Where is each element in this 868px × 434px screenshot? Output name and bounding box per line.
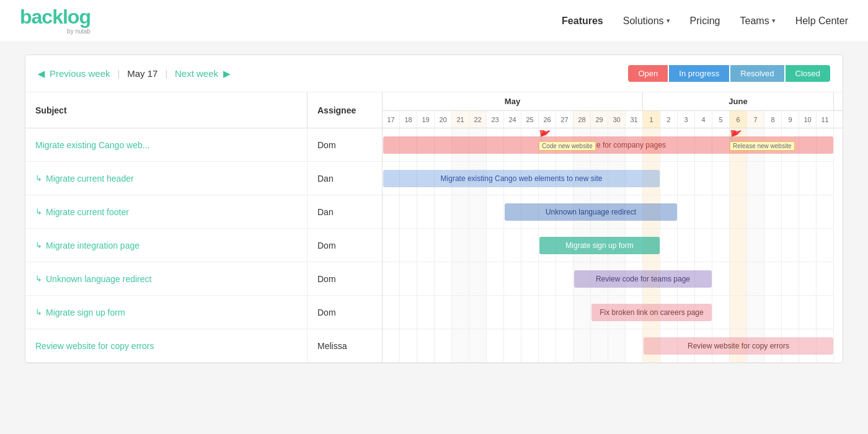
table-row: ↳ Migrate integration page Dom (25, 229, 382, 262)
gantt-cell (695, 229, 712, 262)
day-header-cell: 20 (435, 111, 452, 128)
gantt-cell (747, 262, 764, 295)
gantt-cell (747, 162, 764, 195)
day-header-cell: 9 (782, 111, 799, 128)
table-row: ↳ Migrate sign up form Dom (25, 296, 382, 329)
prev-week-link[interactable]: Previous week (50, 68, 110, 79)
gantt-cell (764, 195, 782, 228)
logo-text: backlog (20, 7, 91, 27)
day-header-cell: 22 (469, 111, 487, 128)
next-week-link[interactable]: Next week (175, 68, 218, 79)
left-panel: Subject Assignee Migrate existing Cango … (25, 92, 383, 363)
gantt-cell (817, 195, 834, 228)
task-subject-2[interactable]: ↳ Migrate current header (25, 162, 308, 195)
gantt-rows-container: 🚩Code new website🚩Release new websiteCon… (383, 128, 843, 363)
gantt-cell (435, 262, 452, 295)
day-header-cell: 29 (591, 111, 608, 128)
next-week-arrow[interactable]: ▶ (223, 69, 230, 79)
task-label-3: Migrate current footer (46, 207, 129, 217)
gantt-cell (574, 329, 591, 362)
gantt-cell (452, 262, 469, 295)
month-june: June (643, 92, 834, 110)
gantt-cell (712, 195, 730, 228)
day-header-cell: 4 (695, 111, 712, 128)
gantt-cell (452, 229, 469, 262)
gantt-cell (400, 195, 417, 228)
task-subject-7[interactable]: Review website for copy errors (25, 329, 308, 362)
nav-teams[interactable]: Teams ▾ (740, 16, 776, 27)
gantt-container: ◀ Previous week | May 17 | Next week ▶ O… (25, 55, 843, 363)
gantt-cell (591, 329, 608, 362)
gantt-cell (400, 296, 417, 329)
task-subject-5[interactable]: ↳ Unknown language redirect (25, 262, 308, 295)
indent-icon-2: ↳ (35, 174, 42, 183)
gantt-cell (556, 329, 574, 362)
gantt-cell (764, 162, 782, 195)
day-header-cell: 26 (539, 111, 556, 128)
gantt-cell (764, 229, 782, 262)
gantt-bar[interactable]: Migrate existing Cango web elements to n… (383, 170, 660, 187)
task-subject-4[interactable]: ↳ Migrate integration page (25, 229, 308, 262)
gantt-cell (539, 329, 556, 362)
gantt-cell (521, 329, 539, 362)
filter-resolved[interactable]: Resolved (730, 65, 784, 82)
nav-solutions[interactable]: Solutions ▾ (623, 16, 670, 27)
nav-pricing[interactable]: Pricing (690, 16, 720, 27)
gantt-bar[interactable]: Fix broken link on careers page (591, 304, 712, 321)
gantt-cell (782, 195, 799, 228)
gantt-cell (712, 296, 730, 329)
gantt-cell (747, 195, 764, 228)
task-subject-6[interactable]: ↳ Migrate sign up form (25, 296, 308, 329)
gantt-bar[interactable]: Migrate sign up form (539, 237, 660, 254)
filter-closed[interactable]: Closed (786, 65, 830, 82)
task-assignee-3: Dan (308, 207, 382, 217)
gantt-cell (556, 296, 574, 329)
task-label-4: Migrate integration page (46, 241, 140, 250)
task-assignee-6: Dom (308, 308, 382, 317)
gantt-cell (695, 162, 712, 195)
nav-features[interactable]: Features (562, 16, 603, 27)
gantt-cell (417, 329, 435, 362)
gantt-cell (608, 329, 626, 362)
gantt-bar[interactable]: Review code for teams page (574, 270, 712, 288)
gantt-cell (660, 162, 678, 195)
gantt-cell (660, 229, 678, 262)
day-header-cell: 11 (817, 111, 834, 128)
day-header-cell: 8 (764, 111, 782, 128)
filter-open[interactable]: Open (628, 65, 668, 82)
table-header: Subject Assignee (25, 92, 382, 128)
gantt-cell (504, 296, 521, 329)
day-header-cell: 28 (574, 111, 591, 128)
filter-in-progress[interactable]: In progress (669, 65, 729, 82)
task-subject-1[interactable]: Migrate existing Cango web... (25, 128, 308, 161)
gantt-cell (452, 195, 469, 228)
prev-week-arrow[interactable]: ◀ (38, 69, 45, 79)
gantt-cell (730, 162, 747, 195)
gantt-cell (782, 262, 799, 295)
gantt-cell (469, 296, 487, 329)
gantt-cell (383, 296, 400, 329)
gantt-cell (678, 162, 695, 195)
gantt-bar[interactable]: Review website for copy errors (644, 337, 833, 355)
day-header-cell: 17 (383, 111, 400, 128)
task-subject-3[interactable]: ↳ Migrate current footer (25, 195, 308, 228)
separator-1: | (118, 69, 120, 79)
right-panel: May June 1718192021222324252627282930311… (383, 92, 843, 363)
week-navigation: ◀ Previous week | May 17 | Next week ▶ (38, 68, 230, 79)
task-assignee-1: Dom (308, 140, 382, 150)
indent-icon-3: ↳ (35, 207, 42, 216)
gantt-cell (383, 262, 400, 295)
day-header-cell: 1 (643, 111, 660, 128)
gantt-bar[interactable]: Unknown language redirect (505, 203, 677, 221)
task-assignee-2: Dan (308, 174, 382, 184)
task-assignee-5: Dom (308, 274, 382, 284)
gantt-cell (539, 296, 556, 329)
nav-help[interactable]: Help Center (795, 16, 848, 27)
gantt-cell (817, 296, 834, 329)
gantt-cell (782, 162, 799, 195)
day-header-cell: 3 (678, 111, 695, 128)
gantt-cell (521, 229, 539, 262)
milestone-code-new-website: 🚩Code new website (539, 130, 596, 151)
gantt-cell (452, 329, 469, 362)
gantt-cell (487, 329, 504, 362)
